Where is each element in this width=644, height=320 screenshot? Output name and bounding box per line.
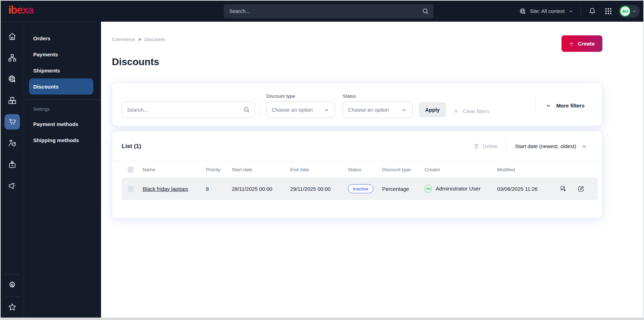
breadcrumb: Commerce > Discounts (112, 35, 165, 42)
search-icon[interactable] (422, 7, 429, 15)
discounts-list-card: List (1) Delete Start date (newest, olde… (112, 131, 602, 218)
icon-rail (1, 22, 24, 320)
preview-disabled-icon[interactable] (559, 185, 567, 193)
bottom-strip (1, 318, 643, 320)
chevron-down-icon (401, 107, 407, 113)
sidebar-item-orders[interactable]: Orders (24, 30, 101, 46)
status-filter: Status Choose an option (343, 93, 413, 118)
app-grid-icon[interactable] (604, 7, 613, 15)
row-start-date: 28/11/2025 00:00 (232, 186, 290, 192)
delete-button[interactable]: Delete (473, 143, 498, 149)
sidebar-item-shipments[interactable]: Shipments (24, 62, 101, 78)
commerce-cart-icon[interactable] (5, 114, 20, 130)
chevron-down-icon (323, 107, 330, 113)
more-filters-label: More filters (556, 103, 585, 109)
clear-filters-label: Clear filters (463, 108, 489, 114)
row-discount-type: Percentage (382, 186, 424, 192)
row-checkbox[interactable] (128, 186, 134, 192)
sidebar-item-shipping-methods[interactable]: Shipping methods (24, 132, 101, 148)
site-globe-icon[interactable] (5, 71, 20, 87)
notifications-bell-icon[interactable] (588, 7, 596, 15)
clear-filters-button[interactable]: Clear filters (453, 108, 489, 114)
chevron-down-icon (632, 9, 637, 14)
list-header-divider (506, 139, 507, 153)
chevron-down-icon (568, 8, 574, 14)
rail-divider (5, 274, 20, 274)
list-header: List (1) Delete Start date (newest, olde… (112, 131, 602, 161)
discount-type-value: Choose an option (272, 107, 313, 113)
page-title: Discounts (112, 55, 602, 69)
col-modified: Modified (497, 167, 559, 172)
chevron-down-icon (581, 143, 587, 149)
breadcrumb-commerce[interactable]: Commerce (112, 37, 135, 42)
row-priority: 8 (206, 186, 232, 192)
corporate-badge-icon[interactable] (5, 157, 20, 172)
sidebar-item-payments[interactable]: Payments (24, 46, 101, 62)
discount-type-label: Discount type (266, 93, 335, 99)
table-header: Name Priority Start date End date Status… (121, 161, 598, 178)
commerce-submenu: Orders Payments Shipments Discounts Sett… (24, 22, 101, 320)
status-label: Status (343, 93, 413, 99)
filter-divider (260, 102, 261, 118)
trash-icon (473, 143, 480, 149)
discount-type-filter: Discount type Choose an option (266, 93, 335, 118)
search-icon[interactable] (243, 106, 250, 113)
site-context-label: Site: All context (530, 8, 565, 14)
col-name: Name (143, 167, 206, 172)
list-title: List (1) (122, 143, 141, 150)
marketing-megaphone-icon[interactable] (5, 178, 20, 194)
ibexa-logo: ibexa (8, 5, 34, 18)
apply-button[interactable]: Apply (419, 102, 446, 117)
bookmarks-star-icon[interactable] (5, 299, 20, 315)
more-filters-button[interactable]: More filters (535, 97, 593, 113)
status-select[interactable]: Choose an option (343, 102, 413, 118)
rail-bottom-section (1, 271, 24, 320)
col-status: Status (348, 167, 382, 172)
discount-type-select[interactable]: Choose an option (266, 102, 335, 118)
customers-target-icon[interactable] (5, 135, 20, 151)
create-button-label: Create (578, 41, 595, 47)
table-row: Black friday laptops 8 28/11/2025 00:00 … (121, 178, 598, 200)
delete-button-label: Delete (483, 143, 498, 149)
filter-search-input[interactable] (121, 102, 255, 118)
close-icon (453, 108, 459, 114)
row-modified: 03/06/2025 11:26 (497, 186, 559, 192)
row-actions (559, 185, 598, 193)
rail-divider (5, 296, 20, 297)
filter-divider (535, 97, 535, 113)
sort-dropdown[interactable]: Start date (newest, oldest) (515, 143, 587, 149)
col-discount-type: Discount type (382, 167, 424, 172)
sidebar-item-payment-methods[interactable]: Payment methods (24, 116, 101, 132)
row-end-date: 29/11/2025 00:00 (290, 186, 348, 192)
settings-gear-icon[interactable] (5, 277, 20, 293)
sitemap-icon[interactable] (5, 50, 20, 65)
user-avatar: AU (620, 6, 630, 16)
filters-card: Discount type Choose an option Status Ch… (112, 82, 602, 126)
globe-icon (519, 8, 527, 15)
edit-icon[interactable] (577, 185, 585, 193)
topbar-divider (581, 7, 581, 16)
discount-name-link[interactable]: Black friday laptops (143, 186, 188, 192)
global-search (224, 4, 434, 18)
col-end-date: End date (290, 167, 348, 172)
product-catalog-icon[interactable] (5, 93, 20, 108)
breadcrumb-separator: > (138, 37, 141, 42)
col-creator: Creator (424, 167, 497, 172)
col-priority: Priority (206, 167, 232, 172)
chevron-down-icon (545, 102, 552, 109)
sidebar-item-discounts[interactable]: Discounts (29, 78, 93, 95)
home-icon[interactable] (5, 29, 20, 44)
global-search-input[interactable] (224, 4, 434, 18)
topbar-right-cluster: Site: All context AU (519, 1, 640, 22)
filter-search (121, 102, 255, 118)
topbar: ibexa Site: All context AU (1, 1, 643, 22)
sort-dropdown-label: Start date (newest, oldest) (515, 143, 576, 149)
create-button[interactable]: + Create (561, 35, 602, 52)
select-all-checkbox[interactable] (128, 167, 134, 173)
status-badge: Inactive (348, 184, 373, 193)
site-context-selector[interactable]: Site: All context (519, 8, 574, 15)
submenu-divider (24, 99, 101, 100)
user-menu[interactable]: AU (619, 5, 640, 18)
creator-avatar: AU (424, 185, 432, 193)
creator-name: Administrator User (436, 186, 480, 192)
